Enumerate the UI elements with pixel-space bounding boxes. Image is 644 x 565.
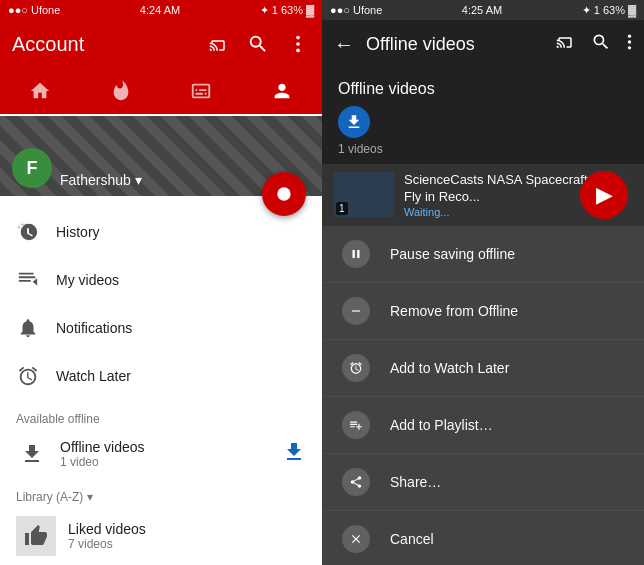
offline-videos-section: Offline videos 1 videos (322, 68, 644, 164)
context-label-addplaylist: Add to Playlist… (390, 417, 493, 433)
right-header-icons (555, 32, 632, 56)
nav-tabs (0, 68, 322, 116)
right-page-title: Offline videos (366, 34, 543, 55)
profile-name: Fathershub ▾ (60, 172, 142, 188)
svg-point-0 (296, 36, 300, 40)
header-icons (206, 32, 310, 56)
svg-point-2 (296, 49, 300, 53)
more-icon[interactable] (286, 32, 310, 56)
right-time: 4:25 AM (462, 4, 502, 16)
video-thumbnail: 1 (334, 172, 394, 217)
video-title: ScienceCasts NASA Spacecraft Fly in Reco… (404, 172, 604, 206)
right-battery: ✦ 1 63% ▓ (582, 4, 636, 17)
back-button[interactable]: ← (334, 33, 354, 56)
offline-item[interactable]: Offline videos 1 video (0, 430, 322, 478)
watchlater-ctx-icon (342, 354, 370, 382)
context-item-watchlater[interactable]: Add to Watch Later (322, 340, 644, 397)
context-label-cancel: Cancel (390, 531, 434, 547)
svg-point-1 (296, 42, 300, 46)
menu-label-notifications: Notifications (56, 320, 132, 336)
video-info: ScienceCasts NASA Spacecraft Fly in Reco… (404, 172, 604, 218)
library-chevron-icon: ▾ (87, 490, 93, 504)
download-circle-icon (338, 106, 370, 138)
left-status-bar: ●●○ Ufone 4:24 AM ✦ 1 63% ▓ (0, 0, 322, 20)
tab-subscriptions[interactable] (161, 68, 242, 116)
right-panel: ●●○ Ufone 4:25 AM ✦ 1 63% ▓ ← Offline vi… (322, 0, 644, 565)
pause-icon (342, 240, 370, 268)
svg-point-5 (628, 40, 631, 43)
tab-trending[interactable] (81, 68, 162, 116)
context-label-remove: Remove from Offline (390, 303, 518, 319)
right-more-icon[interactable] (627, 32, 632, 56)
left-panel: ●●○ Ufone 4:24 AM ✦ 1 63% ▓ Account (0, 0, 322, 565)
context-item-pause[interactable]: Pause saving offline (322, 226, 644, 283)
menu-label-watchlater: Watch Later (56, 368, 131, 384)
history-icon (16, 220, 40, 244)
menu-item-myvideos[interactable]: My videos (0, 256, 322, 304)
video-row[interactable]: 1 ScienceCasts NASA Spacecraft Fly in Re… (322, 164, 644, 226)
context-label-watchlater: Add to Watch Later (390, 360, 509, 376)
context-item-cancel[interactable]: Cancel (322, 511, 644, 565)
svg-point-3 (277, 187, 290, 200)
record-button[interactable] (262, 172, 306, 216)
profile-banner: F Fathershub ▾ (0, 116, 322, 196)
right-header: ← Offline videos (322, 20, 644, 68)
play-all-button[interactable]: ▶ (580, 171, 628, 219)
offline-videos-heading: Offline videos (338, 80, 628, 98)
offline-sub: 1 video (60, 455, 270, 469)
cancel-icon (342, 525, 370, 553)
notifications-icon (16, 316, 40, 340)
videos-count: 1 videos (338, 142, 628, 156)
cast-icon[interactable] (206, 32, 230, 56)
search-icon[interactable] (246, 32, 270, 56)
context-label-share: Share… (390, 474, 441, 490)
offline-text: Offline videos 1 video (60, 439, 270, 469)
myvideos-icon (16, 268, 40, 292)
offline-download-icon (16, 438, 48, 470)
left-carrier: ●●○ Ufone (8, 4, 60, 16)
svg-point-4 (628, 35, 631, 38)
menu-item-watchlater[interactable]: Watch Later (0, 352, 322, 400)
context-menu: Pause saving offline Remove from Offline… (322, 226, 644, 565)
context-item-remove[interactable]: Remove from Offline (322, 283, 644, 340)
menu-item-notifications[interactable]: Notifications (0, 304, 322, 352)
avatar: F (12, 148, 52, 188)
right-carrier: ●●○ Ufone (330, 4, 382, 16)
library-item-liked[interactable]: Liked videos 7 videos (0, 508, 322, 564)
library-header[interactable]: Library (A-Z) ▾ (0, 478, 322, 508)
library-label: Library (A-Z) (16, 490, 83, 504)
share-icon (342, 468, 370, 496)
left-header: Account (0, 20, 322, 68)
svg-point-6 (628, 46, 631, 49)
context-item-addplaylist[interactable]: Add to Playlist… (322, 397, 644, 454)
video-status: Waiting... (404, 206, 604, 218)
watchlater-icon (16, 364, 40, 388)
section-available-offline: Available offline (0, 400, 322, 430)
offline-title: Offline videos (60, 439, 270, 455)
menu-item-history[interactable]: History (0, 208, 322, 256)
left-battery: ✦ 1 63% ▓ (260, 4, 314, 17)
context-item-share[interactable]: Share… (322, 454, 644, 511)
thumb-num: 1 (336, 202, 348, 215)
menu-list: History My videos Notifications Watch La… (0, 196, 322, 565)
page-title: Account (12, 33, 84, 56)
right-status-bar: ●●○ Ufone 4:25 AM ✦ 1 63% ▓ (322, 0, 644, 20)
offline-dl-icon (282, 440, 306, 469)
right-cast-icon[interactable] (555, 32, 575, 56)
right-search-icon[interactable] (591, 32, 611, 56)
tab-account[interactable] (242, 68, 323, 116)
liked-thumb (16, 516, 56, 556)
menu-label-history: History (56, 224, 100, 240)
addplaylist-icon (342, 411, 370, 439)
liked-text: Liked videos 7 videos (68, 521, 306, 551)
remove-icon (342, 297, 370, 325)
left-time: 4:24 AM (140, 4, 180, 16)
tab-home[interactable] (0, 68, 81, 116)
menu-label-myvideos: My videos (56, 272, 119, 288)
context-label-pause: Pause saving offline (390, 246, 515, 262)
